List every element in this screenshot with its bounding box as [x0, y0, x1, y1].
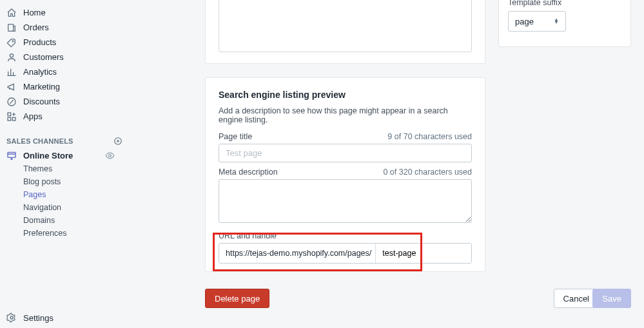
nav-label: Customers	[23, 52, 64, 62]
add-channel-icon[interactable]	[113, 137, 122, 146]
url-prefix: https://tejas-demo.myshopify.com/pages/	[219, 244, 376, 263]
home-icon	[6, 8, 17, 18]
customers-icon	[6, 52, 17, 63]
sidebar: Home Orders Products Customers Analytics…	[0, 0, 129, 328]
svg-point-2	[10, 53, 13, 57]
gear-icon	[6, 313, 17, 323]
orders-icon	[6, 23, 17, 33]
sub-label: Blog posts	[23, 177, 61, 186]
save-button[interactable]: Save	[592, 289, 631, 308]
content-textarea[interactable]	[219, 0, 472, 52]
nav-products[interactable]: Products	[0, 35, 129, 50]
url-handle-label: URL and handle	[219, 231, 472, 240]
sub-label: Pages	[23, 190, 46, 199]
products-icon	[6, 37, 17, 48]
main: Select a template for this page. Templat…	[129, 0, 644, 328]
template-suffix-label: Template suffix	[508, 0, 621, 7]
nav-label: Discounts	[23, 97, 60, 106]
sub-domains[interactable]: Domains	[0, 214, 129, 227]
button-label: Cancel	[563, 294, 589, 304]
sub-label: Preferences	[23, 229, 66, 238]
button-label: Delete page	[215, 294, 260, 304]
svg-rect-5	[8, 117, 11, 121]
svg-rect-4	[8, 113, 11, 116]
nav-label: Home	[23, 8, 46, 17]
svg-point-1	[12, 41, 14, 42]
svg-point-9	[109, 154, 112, 157]
sub-pages[interactable]: Pages	[0, 188, 129, 201]
meta-description-input[interactable]	[219, 179, 472, 223]
svg-rect-0	[8, 24, 14, 31]
template-card: Select a template for this page. Templat…	[498, 0, 631, 47]
seo-heading: Search engine listing preview	[219, 90, 472, 100]
nav-label: Products	[23, 37, 56, 47]
sub-label: Navigation	[23, 203, 61, 212]
view-store-icon[interactable]	[105, 151, 115, 160]
apps-icon	[6, 111, 17, 122]
nav-marketing[interactable]: Marketing	[0, 79, 129, 94]
nav-label: Apps	[23, 111, 43, 121]
nav-label: Marketing	[23, 82, 60, 92]
nav-analytics[interactable]: Analytics	[0, 64, 129, 79]
nav-home[interactable]: Home	[0, 5, 129, 20]
delete-page-button[interactable]: Delete page	[205, 289, 269, 308]
page-title-label: Page title	[219, 132, 252, 141]
url-handle-field[interactable]: https://tejas-demo.myshopify.com/pages/	[219, 243, 472, 264]
nav-customers[interactable]: Customers	[0, 50, 129, 64]
button-label: Save	[602, 294, 621, 304]
online-store-icon	[6, 150, 17, 160]
seo-description: Add a description to see how this page m…	[219, 106, 472, 124]
discounts-icon	[6, 97, 17, 107]
template-suffix-value: page	[515, 17, 534, 26]
svg-rect-8	[8, 152, 15, 157]
channel-label: Online Store	[23, 151, 73, 160]
meta-description-count: 0 of 320 characters used	[383, 168, 472, 177]
nav-label: Analytics	[23, 67, 57, 77]
content-card	[205, 0, 485, 64]
select-caret-icon: ▲▼	[554, 19, 559, 24]
sub-label: Domains	[23, 216, 55, 225]
sub-themes[interactable]: Themes	[0, 162, 129, 175]
url-handle-input[interactable]	[376, 244, 472, 263]
meta-description-label: Meta description	[219, 168, 278, 177]
svg-point-10	[10, 316, 13, 319]
page-title-count: 9 of 70 characters used	[387, 132, 472, 141]
sales-channels-label: SALES CHANNELS	[6, 137, 73, 145]
sub-label: Themes	[23, 164, 52, 173]
channel-online-store[interactable]: Online Store	[0, 148, 129, 162]
sales-channels-header: SALES CHANNELS	[0, 134, 129, 148]
marketing-icon	[6, 82, 17, 92]
seo-preview-card: Search engine listing preview Add a desc…	[205, 77, 485, 272]
nav-apps[interactable]: Apps	[0, 109, 129, 124]
template-suffix-select[interactable]: page ▲▼	[508, 11, 566, 32]
analytics-icon	[6, 67, 17, 77]
nav-label: Orders	[23, 23, 49, 32]
page-title-input[interactable]	[219, 144, 472, 162]
settings-label: Settings	[23, 313, 54, 323]
sub-preferences[interactable]: Preferences	[0, 227, 129, 240]
sub-navigation[interactable]: Navigation	[0, 201, 129, 214]
nav-settings[interactable]: Settings	[0, 310, 129, 325]
svg-rect-6	[12, 117, 15, 121]
sub-blog-posts[interactable]: Blog posts	[0, 175, 129, 188]
nav-orders[interactable]: Orders	[0, 20, 129, 35]
nav-discounts[interactable]: Discounts	[0, 94, 129, 109]
